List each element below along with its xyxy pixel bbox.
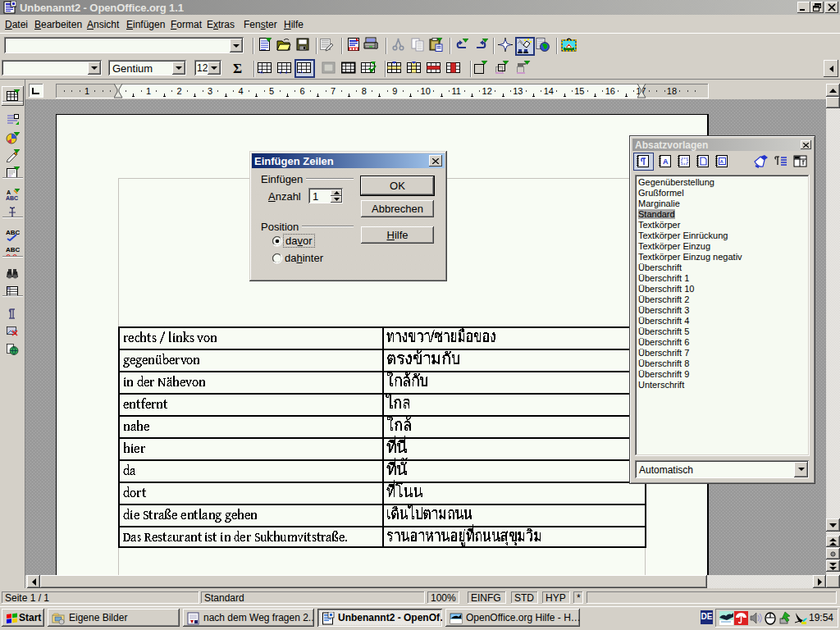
svg-text:A: A [663,158,669,166]
svg-text:A: A [720,159,724,164]
